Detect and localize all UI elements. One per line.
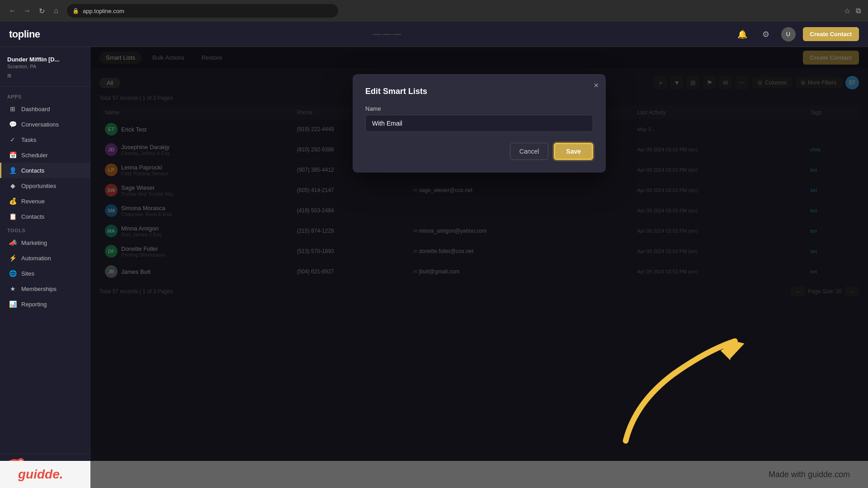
revenue-icon: 💰 bbox=[9, 197, 17, 205]
org-sub: Scranton, PA bbox=[7, 64, 83, 69]
star-icon[interactable]: ☆ bbox=[844, 7, 850, 15]
sidebar-item-contacts[interactable]: 👤 Contacts bbox=[0, 163, 90, 178]
create-contact-header-button[interactable]: Create Contact bbox=[803, 27, 859, 41]
marketing-icon: 📣 bbox=[9, 239, 17, 246]
sidebar-item-conversations-label: Conversations bbox=[21, 121, 59, 128]
edit-smart-lists-modal: Edit Smart Lists × Name Cancel Save bbox=[353, 74, 606, 173]
sidebar-item-automation-label: Automation bbox=[21, 255, 51, 262]
sidebar-item-reporting-label: Reporting bbox=[21, 301, 47, 308]
sidebar-item-automation[interactable]: ⚡ Automation bbox=[0, 250, 90, 266]
app-logo: topline bbox=[9, 28, 40, 40]
header-nav-placeholder: ── ── ── bbox=[373, 31, 401, 38]
sidebar-item-dashboard[interactable]: ⊞ Dashboard bbox=[0, 101, 90, 117]
sidebar-item-opportunities[interactable]: ◆ Opportunities bbox=[0, 178, 90, 193]
refresh-button[interactable]: ↻ bbox=[36, 5, 47, 16]
scheduler-icon: 📅 bbox=[9, 151, 17, 159]
contacts2-icon: 📋 bbox=[9, 213, 17, 220]
back-button[interactable]: ← bbox=[7, 5, 18, 16]
reporting-icon: 📊 bbox=[9, 300, 17, 308]
conversations-icon: 💬 bbox=[9, 121, 17, 128]
sidebar-item-memberships[interactable]: ★ Memberships bbox=[0, 281, 90, 296]
memberships-icon: ★ bbox=[9, 285, 17, 292]
modal-close-button[interactable]: × bbox=[594, 81, 599, 89]
browser-nav-buttons: ← → ↻ ⌂ bbox=[7, 5, 61, 16]
sidebar-item-scheduler-label: Scheduler bbox=[21, 152, 48, 159]
svg-marker-0 bbox=[721, 341, 735, 360]
url-text: app.topline.com bbox=[83, 8, 124, 14]
modal-footer: Cancel Save bbox=[365, 143, 593, 160]
sidebar-item-contacts-label: Contacts bbox=[21, 167, 44, 174]
sidebar-item-sites[interactable]: 🌐 Sites bbox=[0, 266, 90, 281]
org-icon: ⊞ bbox=[7, 73, 11, 78]
sidebar-item-contacts2-label: Contacts bbox=[21, 213, 44, 220]
sidebar-org: Dunder Mifflin [D... Scranton, PA ⊞ bbox=[0, 52, 90, 87]
home-button[interactable]: ⌂ bbox=[51, 5, 61, 16]
opportunities-icon: ◆ bbox=[9, 182, 17, 189]
settings-button[interactable]: ⚙ bbox=[758, 26, 774, 42]
sidebar-item-dashboard-label: Dashboard bbox=[21, 106, 50, 113]
main-layout: Dunder Mifflin [D... Scranton, PA ⊞ Apps… bbox=[0, 47, 868, 488]
arrow-annotation bbox=[588, 316, 778, 461]
cancel-button[interactable]: Cancel bbox=[510, 143, 549, 160]
app-header: topline ── ── ── 🔔 ⚙ U Create Contact bbox=[0, 22, 868, 47]
contacts-icon: 👤 bbox=[9, 167, 17, 174]
sidebar-item-revenue[interactable]: 💰 Revenue bbox=[0, 193, 90, 209]
header-avatar: U bbox=[781, 27, 796, 42]
tools-section-label: Tools bbox=[0, 224, 90, 235]
modal-title: Edit Smart Lists bbox=[365, 87, 593, 96]
apps-section-label: Apps bbox=[0, 90, 90, 101]
sidebar-item-opportunities-label: Opportunities bbox=[21, 183, 56, 189]
footer-logo: guidde. bbox=[18, 467, 63, 482]
dashboard-icon: ⊞ bbox=[9, 105, 17, 113]
sidebar-item-memberships-label: Memberships bbox=[21, 286, 57, 292]
sidebar-item-revenue-label: Revenue bbox=[21, 198, 45, 205]
sidebar-item-conversations[interactable]: 💬 Conversations bbox=[0, 117, 90, 132]
sidebar-item-reporting[interactable]: 📊 Reporting bbox=[0, 296, 90, 312]
sidebar-item-tasks[interactable]: ✓ Tasks bbox=[0, 132, 90, 147]
org-name: Dunder Mifflin [D... bbox=[7, 56, 83, 63]
sidebar-item-marketing[interactable]: 📣 Marketing bbox=[0, 235, 90, 250]
notification-button[interactable]: 🔔 bbox=[734, 26, 750, 42]
sidebar: Dunder Mifflin [D... Scranton, PA ⊞ Apps… bbox=[0, 47, 90, 488]
sidebar-item-contacts2[interactable]: 📋 Contacts bbox=[0, 209, 90, 224]
browser-chrome: ← → ↻ ⌂ 🔒 app.topline.com ☆ ⧉ bbox=[0, 0, 868, 22]
automation-icon: ⚡ bbox=[9, 254, 17, 262]
forward-button[interactable]: → bbox=[22, 5, 33, 16]
modal-name-input[interactable] bbox=[365, 115, 593, 132]
address-bar[interactable]: 🔒 app.topline.com bbox=[67, 4, 338, 18]
browser-actions: ☆ ⧉ bbox=[844, 7, 861, 15]
modal-name-label: Name bbox=[365, 105, 593, 112]
sidebar-item-sites-label: Sites bbox=[21, 270, 34, 277]
tasks-icon: ✓ bbox=[9, 136, 17, 143]
modal-overlay: Edit Smart Lists × Name Cancel Save bbox=[90, 47, 868, 488]
save-button[interactable]: Save bbox=[554, 143, 593, 160]
sites-icon: 🌐 bbox=[9, 270, 17, 277]
content-area: Smart Lists Bulk Actions Restore Create … bbox=[90, 47, 868, 488]
extensions-icon[interactable]: ⧉ bbox=[856, 7, 861, 15]
sidebar-item-marketing-label: Marketing bbox=[21, 239, 47, 246]
sidebar-item-tasks-label: Tasks bbox=[21, 136, 36, 143]
app-wrapper: topline ── ── ── 🔔 ⚙ U Create Contact Du… bbox=[0, 22, 868, 488]
svg-marker-1 bbox=[723, 341, 744, 358]
sidebar-item-scheduler[interactable]: 📅 Scheduler bbox=[0, 147, 90, 163]
